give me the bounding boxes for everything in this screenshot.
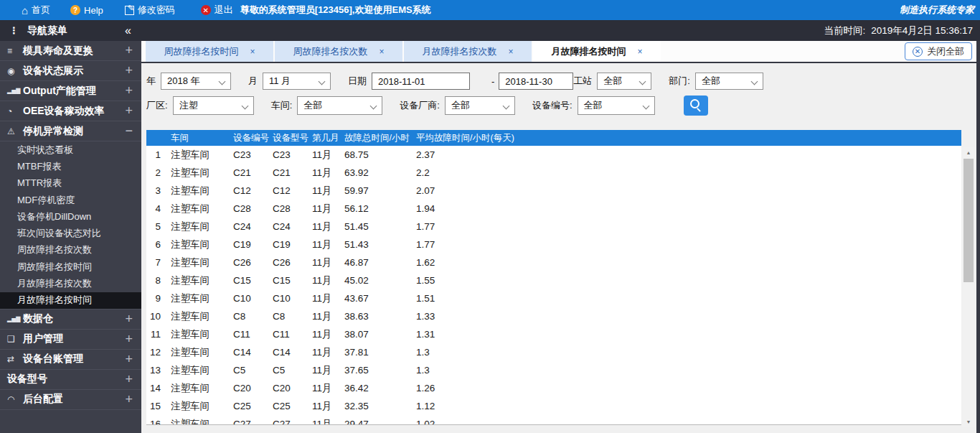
help-button[interactable]: ? Help (70, 5, 103, 16)
table-row[interactable]: 9注塑车间C10C1011月43.671.51 (146, 289, 961, 307)
date-start-input[interactable]: 2018-11-01 (372, 73, 470, 90)
search-button[interactable] (684, 96, 708, 116)
sidebar-title: 导航菜单 (27, 24, 67, 37)
station-select[interactable]: 全部 (597, 73, 651, 90)
table-row[interactable]: 3注塑车间C12C1211月59.972.07 (146, 182, 961, 200)
table-cell: C25 (230, 401, 270, 411)
sidebar-item[interactable]: 月故障排名按时间 (0, 292, 141, 309)
sidebar-section[interactable]: ◔OEE设备稼动效率+ (0, 101, 141, 121)
expand-toggle-icon[interactable]: + (125, 63, 133, 78)
tab-close-icon[interactable]: × (637, 47, 642, 57)
sidebar-item[interactable]: 周故障排名按次数 (0, 242, 141, 259)
plant-select[interactable]: 注塑 (173, 96, 254, 115)
workshop-select[interactable]: 全部 (297, 96, 382, 115)
sidebar-item[interactable]: 实时状态看板 (0, 141, 141, 158)
table-row[interactable]: 15注塑车间C25C2511月32.351.12 (146, 397, 961, 415)
sidebar-section[interactable]: ≡模具寿命及更换+ (0, 41, 141, 61)
table-cell: C21 (270, 167, 309, 178)
sidebar-item[interactable]: MTBF报表 (0, 158, 141, 174)
change-password-button[interactable]: 修改密码 (125, 4, 175, 17)
expand-toggle-icon[interactable]: + (125, 43, 133, 58)
table-cell: C27 (230, 419, 270, 424)
close-all-tabs-button[interactable]: ✕ 关闭全部 (905, 42, 972, 60)
sidebar-item[interactable]: 周故障排名按时间 (0, 259, 141, 275)
logout-button[interactable]: ✕ 退出 (201, 4, 233, 17)
table-row[interactable]: 10注塑车间C8C811月38.631.33 (146, 307, 961, 325)
table-row[interactable]: 16注塑车间C27C2711月29.471.02 (146, 415, 961, 424)
expand-toggle-icon[interactable]: + (125, 392, 133, 407)
vertical-scrollbar[interactable]: ▲ ▼ (962, 147, 975, 427)
table-row[interactable]: 4注塑车间C28C2811月56.121.94 (146, 200, 961, 218)
department-select[interactable]: 全部 (695, 73, 763, 90)
table-cell: C26 (230, 257, 270, 268)
sidebar-section[interactable]: 设备型号+ (0, 370, 141, 390)
scrollbar-thumb[interactable] (963, 159, 974, 282)
tab-close-icon[interactable]: × (250, 47, 255, 57)
table-cell: C27 (270, 419, 309, 424)
table-row[interactable]: 6注塑车间C19C1911月51.431.77 (146, 236, 961, 253)
expand-toggle-icon[interactable]: + (125, 352, 133, 367)
expand-toggle-icon[interactable]: + (125, 83, 133, 98)
sidebar-section[interactable]: ◉设备状态展示+ (0, 61, 141, 81)
tab-1[interactable]: 周故障排名按次数× (275, 41, 402, 62)
table-row[interactable]: 11注塑车间C11C1111月38.071.31 (146, 325, 961, 343)
chevron-down-icon (642, 103, 649, 110)
sidebar-section[interactable]: ▂▅▇数据仓+ (0, 309, 141, 330)
workshop-label: 车间: (271, 99, 293, 112)
table-row[interactable]: 2注塑车间C21C2111月63.922.2 (146, 164, 961, 182)
table-cell: 注塑车间 (168, 202, 230, 215)
row-index-cell: 16 (146, 419, 168, 424)
table-row[interactable]: 14注塑车间C20C2011月36.421.26 (146, 379, 961, 397)
main-layout: ≡模具寿命及更换+◉设备状态展示+▂▅▇Output产能管理+◔OEE设备稼动效… (0, 41, 980, 433)
table-row[interactable]: 13注塑车间C5C511月37.651.3 (146, 361, 961, 379)
expand-toggle-icon[interactable]: + (125, 372, 133, 387)
table-cell: 1.55 (413, 275, 961, 286)
edit-password-icon (125, 6, 134, 15)
table-row[interactable]: 12注塑车间C14C1411月37.811.3 (146, 343, 961, 361)
tab-close-icon[interactable]: × (379, 47, 384, 57)
collapse-toggle-icon[interactable]: − (125, 124, 133, 139)
month-value: 11 月 (269, 75, 291, 88)
month-select[interactable]: 11 月 (263, 73, 331, 90)
expand-toggle-icon[interactable]: + (125, 332, 133, 347)
year-select[interactable]: 2018 年 (161, 73, 231, 90)
scroll-up-icon[interactable]: ▲ (962, 147, 975, 157)
tab-active[interactable]: 月故障排名按时间× (533, 41, 661, 62)
tab-0[interactable]: 周故障排名按时间× (146, 41, 273, 62)
date-end-label: - (491, 76, 494, 87)
sidebar-collapse-icon[interactable]: « (125, 24, 131, 37)
tab-close-icon[interactable]: × (508, 47, 513, 57)
expand-toggle-icon[interactable]: + (125, 103, 133, 118)
sidebar-item[interactable]: 设备停机DillDown (0, 208, 141, 225)
sidebar-item[interactable]: MTTR报表 (0, 175, 141, 192)
sidebar-item[interactable]: 月故障排名按次数 (0, 275, 141, 292)
device-no-select[interactable]: 全部 (578, 96, 655, 115)
table-cell: C12 (230, 185, 270, 196)
expand-toggle-icon[interactable]: + (125, 312, 133, 327)
table-cell: 11月 (309, 220, 341, 233)
vendor-select[interactable]: 全部 (445, 96, 515, 115)
table-row[interactable]: 7注塑车间C26C2611月46.871.62 (146, 253, 961, 271)
table-row[interactable]: 8注塑车间C15C1511月45.021.55 (146, 271, 961, 289)
table-header-cell: 平均故障时间/小时(每天) (413, 132, 961, 144)
tab-label: 月故障排名按时间 (551, 45, 626, 58)
table-cell: C8 (230, 311, 270, 322)
date-end-input[interactable]: 2018-11-30 (499, 73, 573, 90)
tab-2[interactable]: 月故障排名按次数× (404, 41, 532, 62)
sidebar-section[interactable]: ⇄设备台账管理+ (0, 350, 141, 370)
row-index-cell: 15 (146, 401, 168, 411)
scroll-down-icon[interactable]: ▼ (962, 416, 975, 427)
sidebar-section[interactable]: ⚠停机异常检测− (0, 121, 141, 141)
sidebar-section[interactable]: ◠后台配置+ (0, 390, 141, 410)
sidebar-section[interactable]: ❑用户管理+ (0, 330, 141, 350)
plant-field: 厂区:注塑 (146, 96, 254, 115)
chevron-down-icon (319, 78, 326, 85)
table-cell: C5 (230, 365, 270, 376)
sidebar-section[interactable]: ▂▅▇Output产能管理+ (0, 81, 141, 101)
home-button[interactable]: ⌂ 首页 (22, 4, 50, 17)
department-field: 部门:全部 (669, 73, 763, 90)
sidebar-item[interactable]: MDF停机密度 (0, 192, 141, 208)
table-row[interactable]: 5注塑车间C24C2411月51.451.77 (146, 218, 961, 236)
table-row[interactable]: 1注塑车间C23C2311月68.752.37 (146, 146, 961, 164)
sidebar-item[interactable]: 班次间设备状态对比 (0, 225, 141, 241)
